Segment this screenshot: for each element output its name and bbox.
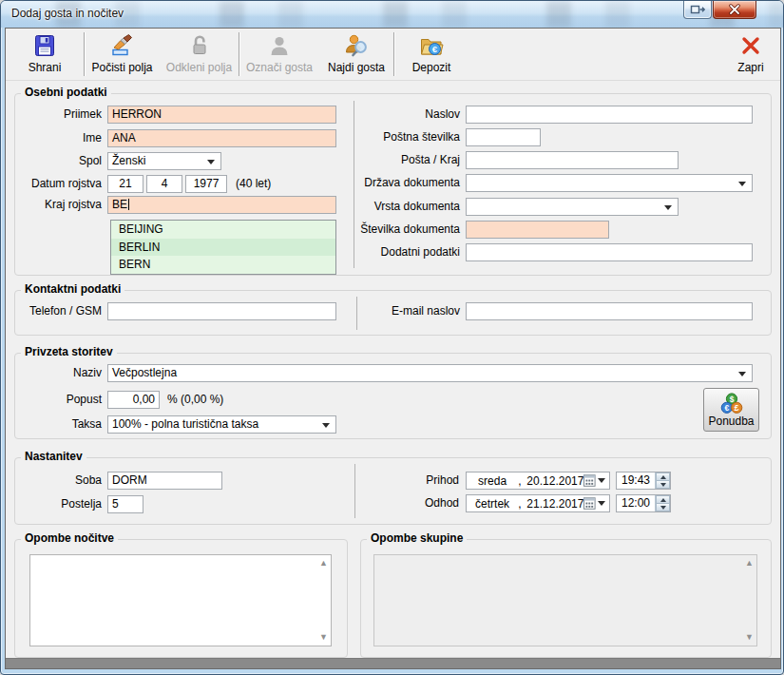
group-accommodation: Nastanitev [14,457,772,525]
departure-date-picker[interactable]: četrtek,21.12.2017 [466,494,610,512]
find-guest-button[interactable]: Najdi gosta [319,29,393,80]
arrow-down-icon [660,506,666,510]
tax-combobox[interactable]: 100% - polna turistična taksa [107,415,336,434]
gender-combobox[interactable]: Ženski [107,152,221,170]
scroll-down-arrow[interactable]: ▼ [319,633,328,642]
arrival-date-picker[interactable]: sreda,20.12.2017 [466,472,610,490]
discount-label: Popust [14,391,102,409]
city-field[interactable] [466,151,679,169]
status-bar [6,658,780,668]
gender-value: Ženski [112,154,145,167]
close-icon [727,4,742,15]
save-button[interactable]: Shrani [6,29,84,80]
clean-brush-icon [110,33,135,58]
spin-up-button[interactable] [656,472,670,481]
zip-field[interactable] [466,128,541,146]
person-gray-icon [267,33,292,58]
deposit-label: Depozit [412,61,451,74]
group-night-notes-title: Opombe nočitve [21,531,118,545]
extra-data-field[interactable] [466,243,753,261]
arrival-time-value: 19:43 [617,472,655,489]
chevron-down-icon [664,205,672,210]
save-floppy-icon [32,33,57,58]
clear-fields-button[interactable]: Počisti polja [85,29,160,80]
doc-number-field[interactable] [466,221,609,239]
arrival-date-value: 20.12.2017 [526,474,583,488]
arrow-up-icon [660,498,666,502]
window-title: Dodaj gosta in nočitev [11,7,124,20]
birth-year-field[interactable]: 1977 [185,175,227,193]
departure-date-value: 21.12.2017 [526,497,583,511]
birth-month-field[interactable]: 4 [146,175,182,193]
service-name-label: Naziv [14,364,102,382]
birthplace-label: Kraj rojstva [14,196,102,214]
spin-down-button[interactable] [656,504,670,511]
clear-fields-label: Počisti polja [91,61,152,74]
room-label: Soba [14,472,102,490]
spin-up-button[interactable] [656,495,670,504]
surname-field[interactable]: HERRON [107,106,336,124]
save-button-label: Shrani [29,61,62,74]
age-note: (40 let) [236,175,302,193]
scroll-down-arrow[interactable]: ▼ [745,633,754,642]
address-field[interactable] [466,106,753,124]
departure-label: Odhod [400,494,459,512]
departure-time-spinner[interactable]: 12:00 [616,494,671,512]
group-notes-textarea[interactable]: ▲ ▼ [373,554,757,646]
titlebar[interactable]: Dodaj gosta in nočitev [1,1,784,28]
arrival-time-spinner[interactable]: 19:43 [616,472,671,490]
birthplace-field[interactable]: BE [107,196,336,214]
svg-text:€: € [432,44,438,54]
arrival-label: Prihod [400,472,459,490]
discount-suffix: % (0,00 %) [167,391,281,409]
zip-label: Poštna številka [351,128,460,146]
chevron-down-icon [598,478,605,483]
phone-field[interactable] [107,302,336,320]
text-caret [128,199,129,210]
find-guest-label: Najdi gosta [328,61,385,74]
unlock-icon [187,33,212,58]
service-name-combobox[interactable]: Večpostlejna [107,364,753,382]
suggestion-item[interactable]: BERN [111,256,335,274]
group-service-title: Privzeta storitev [21,345,117,358]
scroll-up-arrow[interactable]: ▲ [745,559,754,568]
person-search-icon [344,33,369,58]
close-dialog-button[interactable]: Zapri [721,29,780,80]
chevron-down-icon [598,501,605,506]
date-separator: , [518,497,521,511]
suggestion-item[interactable]: BEIJING [111,221,335,239]
arrow-up-icon [660,475,666,479]
close-x-icon [738,33,763,58]
night-notes-textarea[interactable]: ▲ ▼ [29,554,332,646]
unlock-fields-button[interactable]: Odkleni polja [160,29,239,80]
spin-down-button[interactable] [656,481,670,489]
calendar-icon [583,497,596,510]
suggestion-item-highlighted[interactable]: BERLIN [111,239,335,257]
doc-country-combobox[interactable] [466,174,753,192]
discount-field[interactable]: 0,00 [107,391,160,409]
doc-country-label: Država dokumenta [351,174,460,192]
bed-field[interactable]: 5 [107,495,143,513]
firstname-field[interactable]: ANA [107,129,336,147]
email-label: E-mail naslov [362,302,460,320]
chevron-down-icon [738,372,746,376]
room-field[interactable]: DORM [107,472,222,490]
accommodation-column-divider [354,464,355,518]
birthdate-label: Datum rojstva [14,175,102,193]
contact-column-divider [356,297,357,330]
coins-icon: $ € £ [720,393,743,415]
doc-type-combobox[interactable] [466,198,679,216]
email-field[interactable] [466,302,753,320]
window-detach-button[interactable] [683,1,712,19]
offer-button[interactable]: $ € £ Ponudba [703,388,759,432]
scroll-up-arrow[interactable]: ▲ [319,559,328,568]
deposit-button[interactable]: € Depozit [394,29,468,80]
phone-label: Telefon / GSM [14,302,102,320]
mark-guest-button[interactable]: Označi gosta [239,29,319,80]
window-close-button[interactable] [713,1,756,19]
group-group-notes-title: Opombe skupine [367,531,467,545]
tax-value: 100% - polna turistična taksa [112,417,258,431]
date-separator: , [518,474,521,488]
group-personal-title: Osebni podatki [21,86,111,99]
birth-day-field[interactable]: 21 [107,175,143,193]
